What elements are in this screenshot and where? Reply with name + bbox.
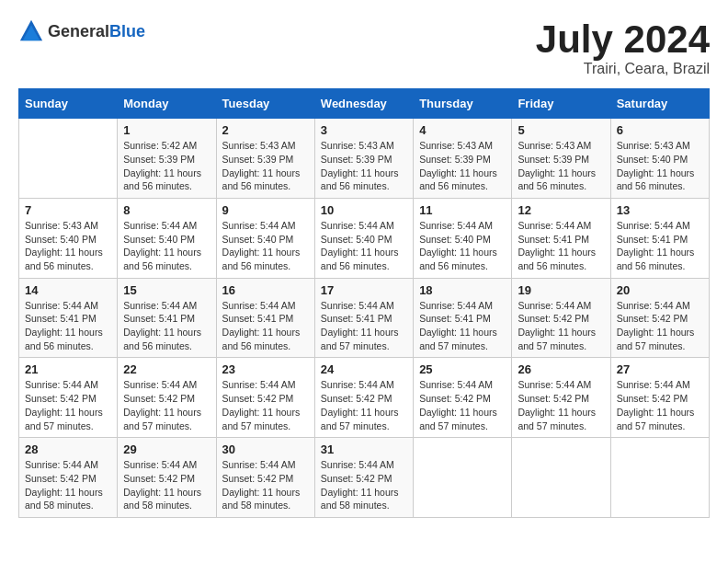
day-number: 3: [321, 123, 407, 137]
calendar-cell: 21Sunrise: 5:44 AM Sunset: 5:42 PM Dayli…: [19, 358, 118, 438]
day-info: Sunrise: 5:43 AM Sunset: 5:39 PM Dayligh…: [518, 139, 604, 193]
day-info: Sunrise: 5:44 AM Sunset: 5:42 PM Dayligh…: [222, 378, 309, 432]
calendar-table: SundayMondayTuesdayWednesdayThursdayFrid…: [18, 88, 710, 518]
calendar-cell: 27Sunrise: 5:44 AM Sunset: 5:42 PM Dayli…: [610, 358, 709, 438]
calendar-cell: 6Sunrise: 5:43 AM Sunset: 5:40 PM Daylig…: [610, 119, 709, 199]
calendar-cell: 18Sunrise: 5:44 AM Sunset: 5:41 PM Dayli…: [414, 278, 512, 358]
calendar-cell: 23Sunrise: 5:44 AM Sunset: 5:42 PM Dayli…: [216, 358, 314, 438]
day-number: 4: [419, 123, 506, 137]
day-info: Sunrise: 5:44 AM Sunset: 5:42 PM Dayligh…: [123, 458, 210, 512]
day-info: Sunrise: 5:44 AM Sunset: 5:41 PM Dayligh…: [518, 219, 604, 273]
day-info: Sunrise: 5:43 AM Sunset: 5:39 PM Dayligh…: [321, 139, 407, 193]
col-header-saturday: Saturday: [610, 89, 709, 119]
calendar-week-1: 7Sunrise: 5:43 AM Sunset: 5:40 PM Daylig…: [19, 198, 710, 278]
calendar-cell: [19, 119, 118, 199]
day-number: 22: [123, 362, 210, 376]
logo-general: General: [48, 22, 109, 40]
day-number: 16: [222, 283, 309, 297]
day-number: 27: [617, 362, 703, 376]
day-info: Sunrise: 5:43 AM Sunset: 5:39 PM Dayligh…: [419, 139, 506, 193]
day-number: 24: [321, 362, 407, 376]
calendar-cell: 20Sunrise: 5:44 AM Sunset: 5:42 PM Dayli…: [610, 278, 709, 358]
day-number: 12: [518, 203, 604, 217]
day-info: Sunrise: 5:43 AM Sunset: 5:40 PM Dayligh…: [617, 139, 703, 193]
logo: GeneralBlue: [18, 18, 145, 44]
calendar-cell: 28Sunrise: 5:44 AM Sunset: 5:42 PM Dayli…: [19, 438, 118, 518]
day-info: Sunrise: 5:43 AM Sunset: 5:39 PM Dayligh…: [222, 139, 309, 193]
day-info: Sunrise: 5:44 AM Sunset: 5:40 PM Dayligh…: [321, 219, 407, 273]
day-number: 20: [617, 283, 703, 297]
calendar-cell: 7Sunrise: 5:43 AM Sunset: 5:40 PM Daylig…: [19, 198, 118, 278]
calendar-cell: [414, 438, 512, 518]
day-number: 8: [123, 203, 210, 217]
col-header-tuesday: Tuesday: [216, 89, 314, 119]
calendar-cell: [512, 438, 610, 518]
day-number: 17: [321, 283, 407, 297]
day-info: Sunrise: 5:44 AM Sunset: 5:41 PM Dayligh…: [617, 219, 703, 273]
calendar-cell: 14Sunrise: 5:44 AM Sunset: 5:41 PM Dayli…: [19, 278, 118, 358]
calendar-cell: 1Sunrise: 5:42 AM Sunset: 5:39 PM Daylig…: [118, 119, 216, 199]
day-number: 5: [518, 123, 604, 137]
calendar-header-row: SundayMondayTuesdayWednesdayThursdayFrid…: [19, 89, 710, 119]
calendar-cell: 8Sunrise: 5:44 AM Sunset: 5:40 PM Daylig…: [118, 198, 216, 278]
day-info: Sunrise: 5:42 AM Sunset: 5:39 PM Dayligh…: [123, 139, 210, 193]
day-info: Sunrise: 5:44 AM Sunset: 5:40 PM Dayligh…: [419, 219, 506, 273]
day-number: 18: [419, 283, 506, 297]
day-number: 31: [321, 442, 407, 456]
col-header-thursday: Thursday: [414, 89, 512, 119]
day-info: Sunrise: 5:44 AM Sunset: 5:40 PM Dayligh…: [123, 219, 210, 273]
calendar-cell: 3Sunrise: 5:43 AM Sunset: 5:39 PM Daylig…: [314, 119, 413, 199]
location-subtitle: Trairi, Ceara, Brazil: [536, 61, 710, 77]
col-header-sunday: Sunday: [19, 89, 118, 119]
day-info: Sunrise: 5:44 AM Sunset: 5:42 PM Dayligh…: [617, 378, 703, 432]
day-info: Sunrise: 5:44 AM Sunset: 5:42 PM Dayligh…: [419, 378, 506, 432]
calendar-cell: 26Sunrise: 5:44 AM Sunset: 5:42 PM Dayli…: [512, 358, 610, 438]
calendar-cell: 9Sunrise: 5:44 AM Sunset: 5:40 PM Daylig…: [216, 198, 314, 278]
calendar-cell: 5Sunrise: 5:43 AM Sunset: 5:39 PM Daylig…: [512, 119, 610, 199]
calendar-cell: 30Sunrise: 5:44 AM Sunset: 5:42 PM Dayli…: [216, 438, 314, 518]
calendar-cell: 13Sunrise: 5:44 AM Sunset: 5:41 PM Dayli…: [610, 198, 709, 278]
calendar-cell: 12Sunrise: 5:44 AM Sunset: 5:41 PM Dayli…: [512, 198, 610, 278]
day-info: Sunrise: 5:44 AM Sunset: 5:41 PM Dayligh…: [123, 299, 210, 353]
day-info: Sunrise: 5:44 AM Sunset: 5:41 PM Dayligh…: [25, 299, 111, 353]
calendar-cell: 10Sunrise: 5:44 AM Sunset: 5:40 PM Dayli…: [314, 198, 413, 278]
day-number: 1: [123, 123, 210, 137]
calendar-cell: 24Sunrise: 5:44 AM Sunset: 5:42 PM Dayli…: [314, 358, 413, 438]
day-number: 15: [123, 283, 210, 297]
day-number: 30: [222, 442, 309, 456]
calendar-cell: 29Sunrise: 5:44 AM Sunset: 5:42 PM Dayli…: [118, 438, 216, 518]
day-number: 2: [222, 123, 309, 137]
day-number: 19: [518, 283, 604, 297]
day-info: Sunrise: 5:44 AM Sunset: 5:42 PM Dayligh…: [25, 378, 111, 432]
day-number: 9: [222, 203, 309, 217]
day-number: 29: [123, 442, 210, 456]
calendar-cell: 16Sunrise: 5:44 AM Sunset: 5:41 PM Dayli…: [216, 278, 314, 358]
calendar-cell: 19Sunrise: 5:44 AM Sunset: 5:42 PM Dayli…: [512, 278, 610, 358]
page-header: GeneralBlue July 2024 Trairi, Ceara, Bra…: [18, 18, 710, 77]
calendar-week-0: 1Sunrise: 5:42 AM Sunset: 5:39 PM Daylig…: [19, 119, 710, 199]
day-number: 10: [321, 203, 407, 217]
day-info: Sunrise: 5:44 AM Sunset: 5:42 PM Dayligh…: [222, 458, 309, 512]
col-header-monday: Monday: [118, 89, 216, 119]
calendar-cell: [610, 438, 709, 518]
day-info: Sunrise: 5:44 AM Sunset: 5:40 PM Dayligh…: [222, 219, 309, 273]
col-header-wednesday: Wednesday: [314, 89, 413, 119]
day-info: Sunrise: 5:44 AM Sunset: 5:42 PM Dayligh…: [25, 458, 111, 512]
logo-icon: [18, 18, 44, 44]
day-info: Sunrise: 5:44 AM Sunset: 5:41 PM Dayligh…: [321, 299, 407, 353]
day-number: 28: [25, 442, 111, 456]
month-title: July 2024: [536, 18, 710, 61]
day-number: 11: [419, 203, 506, 217]
col-header-friday: Friday: [512, 89, 610, 119]
day-info: Sunrise: 5:44 AM Sunset: 5:42 PM Dayligh…: [123, 378, 210, 432]
day-number: 25: [419, 362, 506, 376]
day-info: Sunrise: 5:44 AM Sunset: 5:42 PM Dayligh…: [321, 378, 407, 432]
day-number: 21: [25, 362, 111, 376]
calendar-cell: 4Sunrise: 5:43 AM Sunset: 5:39 PM Daylig…: [414, 119, 512, 199]
day-info: Sunrise: 5:44 AM Sunset: 5:42 PM Dayligh…: [617, 299, 703, 353]
calendar-cell: 15Sunrise: 5:44 AM Sunset: 5:41 PM Dayli…: [118, 278, 216, 358]
calendar-week-3: 21Sunrise: 5:44 AM Sunset: 5:42 PM Dayli…: [19, 358, 710, 438]
day-number: 7: [25, 203, 111, 217]
logo-blue: Blue: [109, 22, 145, 40]
day-info: Sunrise: 5:44 AM Sunset: 5:42 PM Dayligh…: [518, 378, 604, 432]
